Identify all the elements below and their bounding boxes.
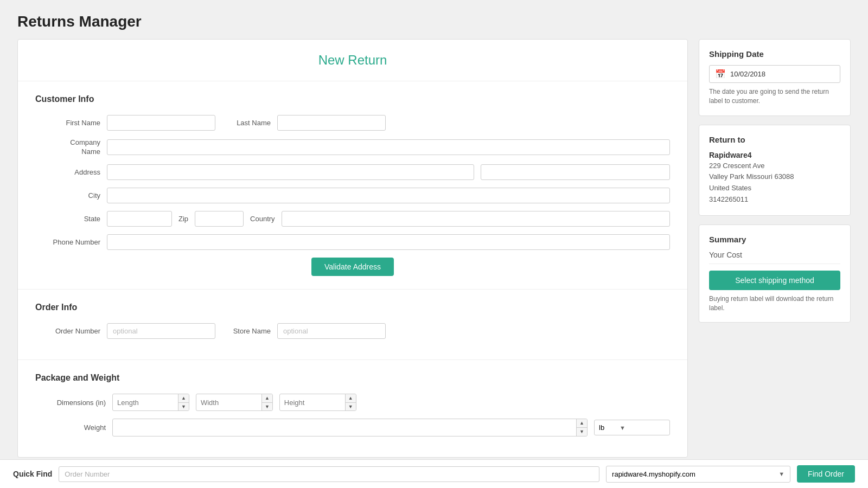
weight-input[interactable]: [113, 420, 576, 435]
city-label: City: [35, 191, 100, 200]
return-to-country: United States: [709, 183, 840, 194]
validate-address-button[interactable]: Validate Address: [311, 258, 394, 276]
width-input[interactable]: [196, 395, 261, 410]
length-down-button[interactable]: ▼: [178, 403, 189, 411]
weight-down-button[interactable]: ▼: [577, 428, 587, 436]
company-name-label: CompanyName: [35, 138, 100, 157]
height-up-button[interactable]: ▲: [346, 394, 356, 403]
weight-unit-select[interactable]: lb oz kg g: [595, 420, 620, 435]
order-number-input[interactable]: [107, 323, 215, 339]
first-name-label: First Name: [35, 119, 100, 127]
shipping-date-description: The date you are going to send the retur…: [709, 87, 840, 106]
buying-label-note: Buying return label will download the re…: [709, 294, 840, 313]
weight-unit-arrow-icon: ▼: [620, 425, 631, 431]
date-input-row[interactable]: 📅 10/02/2018: [709, 65, 840, 83]
shipping-date-card: Shipping Date 📅 10/02/2018 The date you …: [699, 39, 851, 116]
phone-row: Phone Number: [35, 234, 670, 250]
return-to-address2: Valley Park Missouri 63088: [709, 171, 840, 183]
country-input[interactable]: [282, 211, 670, 227]
first-name-input[interactable]: [107, 115, 215, 131]
name-row: First Name Last Name: [35, 115, 670, 131]
city-row: City: [35, 188, 670, 203]
form-header: New Return: [18, 40, 687, 81]
customer-info-section: Customer Info First Name Last Name Compa…: [18, 81, 687, 290]
phone-input[interactable]: [107, 234, 670, 250]
summary-card: Summary Your Cost Select shipping method…: [699, 224, 851, 323]
length-input[interactable]: [113, 395, 178, 410]
store-select[interactable]: rapidware4.myshopify.com: [607, 466, 778, 475]
sidebar: Shipping Date 📅 10/02/2018 The date you …: [699, 39, 851, 323]
return-to-details: 229 Crescent Ave Valley Park Missouri 63…: [709, 160, 840, 206]
your-cost-label: Your Cost: [709, 251, 840, 259]
package-weight-section: Package and Weight Dimensions (in) ▲ ▼ ▲…: [18, 360, 687, 457]
store-select-arrow-icon: ▼: [778, 471, 790, 475]
find-order-button[interactable]: Find Order: [797, 465, 855, 475]
width-down-button[interactable]: ▼: [262, 403, 272, 411]
weight-up-button[interactable]: ▲: [577, 419, 587, 428]
summary-title: Summary: [709, 235, 840, 244]
length-up-button[interactable]: ▲: [178, 394, 189, 403]
return-to-address1: 229 Crescent Ave: [709, 160, 840, 172]
weight-spinners: ▲ ▼: [576, 419, 587, 436]
height-field[interactable]: ▲ ▼: [279, 394, 356, 412]
store-name-input[interactable]: [277, 323, 386, 339]
calendar-icon: 📅: [715, 69, 726, 79]
form-panel: New Return Customer Info First Name Last…: [17, 39, 688, 458]
width-spinners: ▲ ▼: [261, 394, 272, 411]
order-number-label: Order Number: [35, 327, 100, 335]
return-to-title: Return to: [709, 135, 840, 144]
length-spinners: ▲ ▼: [178, 394, 189, 411]
address-input[interactable]: [107, 164, 474, 180]
height-input[interactable]: [280, 395, 345, 410]
store-name-label: Store Name: [222, 327, 271, 335]
company-row: CompanyName: [35, 138, 670, 157]
return-to-card: Return to Rapidware4 229 Crescent Ave Va…: [699, 125, 851, 216]
new-return-title: New Return: [31, 53, 674, 68]
weight-field[interactable]: ▲ ▼: [112, 419, 588, 436]
order-info-title: Order Info: [35, 303, 670, 312]
last-name-input[interactable]: [277, 115, 386, 131]
page-title: Returns Manager: [0, 0, 868, 39]
shipping-date-value: 10/02/2018: [730, 70, 834, 78]
height-spinners: ▲ ▼: [345, 394, 356, 411]
zip-label: Zip: [178, 215, 188, 223]
customer-info-title: Customer Info: [35, 94, 670, 104]
select-shipping-method-button[interactable]: Select shipping method: [709, 271, 840, 290]
phone-label: Phone Number: [35, 238, 100, 246]
return-to-phone: 3142265011: [709, 194, 840, 206]
weight-row: Weight ▲ ▼ lb oz kg g ▼: [35, 419, 670, 436]
length-field[interactable]: ▲ ▼: [112, 394, 189, 412]
city-input[interactable]: [107, 188, 670, 203]
dimensions-row: Dimensions (in) ▲ ▼ ▲ ▼: [35, 394, 670, 412]
shipping-date-title: Shipping Date: [709, 49, 840, 59]
package-weight-title: Package and Weight: [35, 373, 670, 383]
weight-label: Weight: [35, 423, 106, 432]
address-label: Address: [35, 168, 100, 176]
bottom-bar: Quick Find rapidware4.myshopify.com ▼ Fi…: [0, 459, 868, 475]
last-name-label: Last Name: [222, 119, 271, 127]
width-up-button[interactable]: ▲: [262, 394, 272, 403]
state-zip-country-row: State Zip Country: [35, 211, 670, 227]
country-label: Country: [250, 215, 275, 223]
quick-find-order-input[interactable]: [59, 466, 599, 475]
order-info-section: Order Info Order Number Store Name: [18, 290, 687, 360]
company-name-input[interactable]: [107, 139, 670, 155]
quick-find-label: Quick Find: [13, 470, 52, 475]
return-to-name: Rapidware4: [709, 151, 840, 159]
width-field[interactable]: ▲ ▼: [196, 394, 273, 412]
store-select-wrapper[interactable]: rapidware4.myshopify.com ▼: [606, 466, 790, 475]
weight-unit-wrapper[interactable]: lb oz kg g ▼: [594, 420, 670, 435]
address-row: Address: [35, 164, 670, 180]
zip-input[interactable]: [195, 211, 244, 227]
state-label: State: [35, 215, 100, 223]
address2-input[interactable]: [481, 164, 670, 180]
summary-divider: [709, 264, 840, 264]
height-down-button[interactable]: ▼: [346, 403, 356, 411]
state-input[interactable]: [107, 211, 172, 227]
dimensions-label: Dimensions (in): [35, 399, 106, 407]
order-info-row: Order Number Store Name: [35, 323, 670, 339]
